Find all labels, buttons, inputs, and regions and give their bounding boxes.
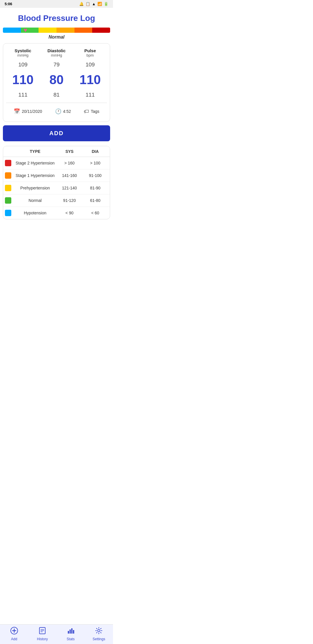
tags-item[interactable]: 🏷 Tags: [84, 108, 99, 115]
tags-value: Tags: [91, 109, 99, 114]
current-diastolic: 80: [40, 71, 73, 88]
table-row: Prehypertension 121-140 81-90: [3, 182, 110, 194]
signal-icon: 📶: [97, 2, 102, 6]
current-reading-row[interactable]: 110 80 110: [6, 70, 107, 90]
bar-stage2a: [74, 28, 92, 33]
type-label: Stage 2 Hypertension: [14, 161, 57, 165]
status-time: 5:06: [5, 2, 12, 6]
systolic-header: Systolic mmHg: [6, 48, 40, 57]
dia-range: 61-80: [82, 198, 108, 203]
status-bar: 5:06 🔔 📋 ▲ 📶 🔋: [0, 0, 113, 8]
diastolic-header: Diastolic mmHg: [40, 48, 73, 57]
type-color-dot: [5, 172, 11, 179]
bar-stage2b: [92, 28, 110, 33]
bp-bar: [3, 28, 110, 33]
readings-header: Systolic mmHg Diastolic mmHg Pulse bpm: [6, 48, 107, 57]
time-item[interactable]: 🕐 4:52: [55, 108, 71, 115]
wifi-icon: ▲: [92, 2, 96, 6]
bar-prehypertension: [39, 28, 57, 33]
table-header: TYPE SYS DIA: [3, 146, 110, 157]
type-label: Stage 1 Hypertension: [14, 173, 57, 178]
next-diastolic: 81: [40, 92, 73, 98]
prev-reading-row: 109 79 109: [6, 60, 107, 70]
type-label: Hypotension: [14, 211, 57, 215]
calendar-icon: 📅: [14, 108, 20, 115]
current-pulse: 110: [73, 71, 107, 88]
reference-table: TYPE SYS DIA Stage 2 Hypertension > 160 …: [3, 146, 110, 219]
battery-icon: 🔋: [104, 2, 108, 6]
date-value: 20/11/2020: [22, 109, 42, 114]
date-item[interactable]: 📅 20/11/2020: [14, 108, 42, 115]
bp-status-label: Normal: [0, 35, 113, 40]
sys-range: > 160: [57, 161, 82, 165]
prev-diastolic: 79: [40, 61, 73, 68]
next-pulse: 111: [73, 92, 107, 98]
type-color-dot: [5, 160, 11, 166]
type-label: Normal: [14, 198, 57, 203]
table-row: Stage 2 Hypertension > 160 > 100: [3, 157, 110, 169]
dia-range: > 100: [82, 161, 108, 165]
type-color-dot: [5, 197, 11, 204]
table-row: Stage 1 Hypertension 141-160 91-100: [3, 169, 110, 182]
clipboard-icon: 📋: [85, 2, 90, 6]
page-title: Blood Pressure Log: [0, 8, 113, 28]
pulse-header: Pulse bpm: [73, 48, 107, 57]
add-button[interactable]: ADD: [3, 125, 110, 141]
card-divider: [6, 103, 107, 103]
notification-icon: 🔔: [79, 2, 84, 6]
col-dia-header: DIA: [82, 149, 108, 154]
type-label: Prehypertension: [14, 186, 57, 190]
bar-hypotension: [3, 28, 21, 33]
clock-icon: 🕐: [55, 108, 61, 115]
dia-range: < 60: [82, 211, 108, 215]
bar-stage1: [57, 28, 74, 33]
col-type-header: TYPE: [14, 149, 57, 154]
meta-row: 📅 20/11/2020 🕐 4:52 🏷 Tags: [6, 106, 107, 117]
next-systolic: 111: [6, 92, 40, 98]
tag-icon: 🏷: [84, 108, 89, 115]
type-color-dot: [5, 185, 11, 191]
prev-pulse: 109: [73, 61, 107, 68]
bp-bar-container: ♥: [3, 28, 110, 33]
dia-range: 91-100: [82, 173, 108, 178]
time-value: 4:52: [63, 109, 71, 114]
prev-systolic: 109: [6, 61, 40, 68]
sys-range: < 90: [57, 211, 82, 215]
sys-range: 91-120: [57, 198, 82, 203]
dia-range: 81-90: [82, 186, 108, 190]
type-color-dot: [5, 210, 11, 216]
table-row: Hypotension < 90 < 60: [3, 207, 110, 219]
status-icons: 🔔 📋 ▲ 📶 🔋: [79, 2, 108, 6]
table-row: Normal 91-120 61-80: [3, 194, 110, 207]
reading-card: Systolic mmHg Diastolic mmHg Pulse bpm 1…: [3, 43, 110, 122]
table-body: Stage 2 Hypertension > 160 > 100 Stage 1…: [3, 157, 110, 219]
next-reading-row: 111 81 111: [6, 90, 107, 100]
sys-range: 121-140: [57, 186, 82, 190]
bp-heart-indicator: ♥: [23, 27, 27, 33]
col-sys-header: SYS: [57, 149, 82, 154]
sys-range: 141-160: [57, 173, 82, 178]
current-systolic: 110: [6, 71, 40, 88]
